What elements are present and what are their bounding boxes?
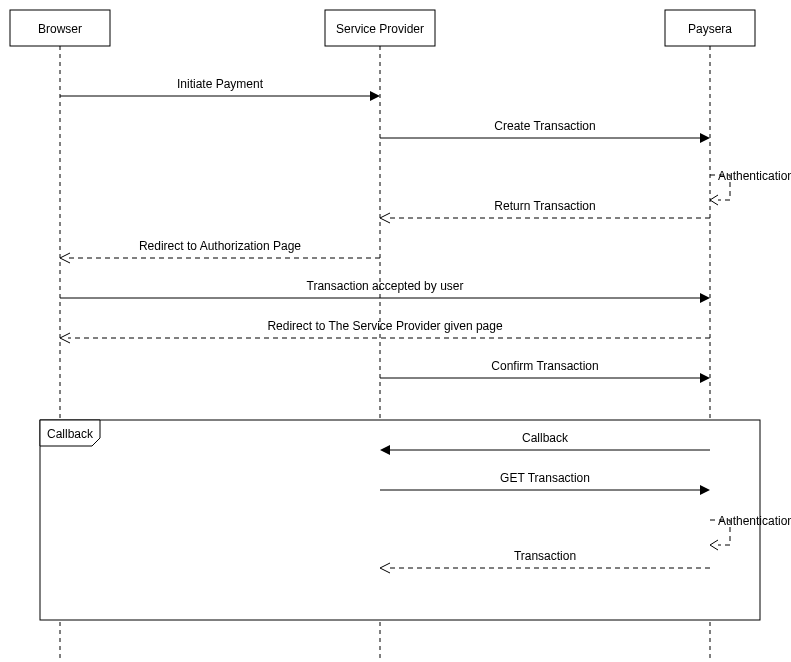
label-return-transaction: Return Transaction [494,199,595,213]
label-authentication-1: Authentication [718,169,791,183]
label-initiate-payment: Initiate Payment [177,77,264,91]
sequence-diagram: Browser Service Provider Paysera Initiat… [0,0,791,662]
label-get-transaction: GET Transaction [500,471,590,485]
label-callback: Callback [522,431,569,445]
label-create-transaction: Create Transaction [494,119,595,133]
label-accepted: Transaction accepted by user [307,279,464,293]
arrow-create-transaction [700,133,710,143]
arrow-confirm [700,373,710,383]
arrow-return-transaction [380,213,390,223]
arrow-accepted [700,293,710,303]
label-authentication-2: Authentication [718,514,791,528]
label-transaction: Transaction [514,549,576,563]
label-confirm: Confirm Transaction [491,359,598,373]
actor-browser-label: Browser [38,22,82,36]
fragment-label: Callback [47,427,94,441]
label-redirect-auth: Redirect to Authorization Page [139,239,301,253]
label-redirect-sp: Redirect to The Service Provider given p… [267,319,503,333]
arrow-redirect-auth [60,253,70,263]
actor-service-provider-label: Service Provider [336,22,424,36]
arrow-authentication-1 [710,195,718,205]
actor-paysera-label: Paysera [688,22,732,36]
arrow-initiate-payment [370,91,380,101]
